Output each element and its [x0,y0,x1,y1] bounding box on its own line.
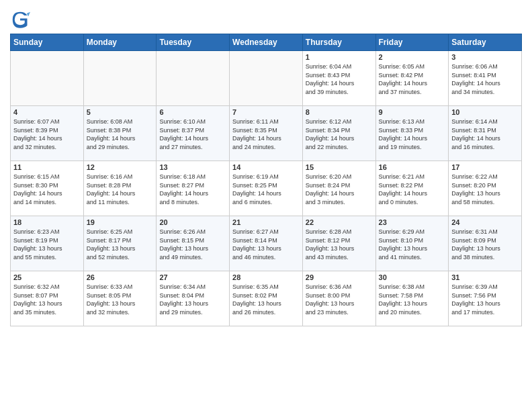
calendar-cell: 21Sunrise: 6:27 AM Sunset: 8:14 PM Dayli… [230,216,303,271]
day-number: 28 [232,273,300,281]
day-info: Sunrise: 6:26 AM Sunset: 8:15 PM Dayligh… [159,228,226,261]
calendar-cell: 31Sunrise: 6:39 AM Sunset: 7:56 PM Dayli… [449,271,522,326]
calendar-cell: 26Sunrise: 6:33 AM Sunset: 8:05 PM Dayli… [83,271,157,326]
day-number: 13 [159,163,226,171]
day-info: Sunrise: 6:13 AM Sunset: 8:33 PM Dayligh… [379,118,446,151]
day-info: Sunrise: 6:33 AM Sunset: 8:05 PM Dayligh… [87,283,154,316]
calendar-week-row: 18Sunrise: 6:23 AM Sunset: 8:19 PM Dayli… [11,216,522,271]
day-number: 17 [451,163,519,171]
day-number: 4 [13,108,81,116]
calendar-cell: 13Sunrise: 6:18 AM Sunset: 8:27 PM Dayli… [157,161,230,216]
day-number: 11 [13,163,81,171]
day-number: 23 [379,218,446,226]
calendar-cell: 22Sunrise: 6:28 AM Sunset: 8:12 PM Dayli… [302,216,375,271]
calendar-cell: 23Sunrise: 6:29 AM Sunset: 8:10 PM Dayli… [375,216,449,271]
calendar-cell: 25Sunrise: 6:32 AM Sunset: 8:07 PM Dayli… [11,271,84,326]
day-info: Sunrise: 6:10 AM Sunset: 8:37 PM Dayligh… [159,118,226,151]
calendar-cell: 5Sunrise: 6:08 AM Sunset: 8:38 PM Daylig… [83,106,157,161]
day-number: 25 [13,273,81,281]
day-info: Sunrise: 6:16 AM Sunset: 8:28 PM Dayligh… [87,173,154,206]
day-number: 27 [159,273,226,281]
day-info: Sunrise: 6:28 AM Sunset: 8:12 PM Dayligh… [306,228,373,261]
calendar-cell [157,51,230,106]
day-number: 5 [87,108,154,116]
day-number: 26 [87,273,154,281]
logo-icon [10,9,30,30]
weekday-header: Thursday [302,34,375,51]
calendar-cell: 4Sunrise: 6:07 AM Sunset: 8:39 PM Daylig… [11,106,84,161]
day-number: 3 [451,53,519,61]
day-info: Sunrise: 6:20 AM Sunset: 8:24 PM Dayligh… [306,173,373,206]
calendar-cell: 7Sunrise: 6:11 AM Sunset: 8:35 PM Daylig… [230,106,303,161]
day-info: Sunrise: 6:39 AM Sunset: 7:56 PM Dayligh… [451,283,519,316]
calendar-cell: 11Sunrise: 6:15 AM Sunset: 8:30 PM Dayli… [11,161,84,216]
calendar-week-row: 25Sunrise: 6:32 AM Sunset: 8:07 PM Dayli… [11,271,522,326]
day-info: Sunrise: 6:29 AM Sunset: 8:10 PM Dayligh… [379,228,446,261]
day-number: 20 [159,218,226,226]
header-row: SundayMondayTuesdayWednesdayThursdayFrid… [11,34,522,51]
day-info: Sunrise: 6:18 AM Sunset: 8:27 PM Dayligh… [159,173,226,206]
day-info: Sunrise: 6:07 AM Sunset: 8:39 PM Dayligh… [13,118,81,151]
day-info: Sunrise: 6:23 AM Sunset: 8:19 PM Dayligh… [13,228,81,261]
calendar-cell: 8Sunrise: 6:12 AM Sunset: 8:34 PM Daylig… [302,106,375,161]
day-info: Sunrise: 6:12 AM Sunset: 8:34 PM Dayligh… [306,118,373,151]
day-number: 30 [379,273,446,281]
day-info: Sunrise: 6:32 AM Sunset: 8:07 PM Dayligh… [13,283,81,316]
calendar-cell: 24Sunrise: 6:31 AM Sunset: 8:09 PM Dayli… [449,216,522,271]
day-number: 24 [451,218,519,226]
day-info: Sunrise: 6:21 AM Sunset: 8:22 PM Dayligh… [379,173,446,206]
calendar-cell: 3Sunrise: 6:06 AM Sunset: 8:41 PM Daylig… [449,51,522,106]
calendar-cell: 28Sunrise: 6:35 AM Sunset: 8:02 PM Dayli… [230,271,303,326]
day-info: Sunrise: 6:15 AM Sunset: 8:30 PM Dayligh… [13,173,81,206]
day-info: Sunrise: 6:27 AM Sunset: 8:14 PM Dayligh… [232,228,300,261]
day-number: 19 [87,218,154,226]
calendar-cell: 15Sunrise: 6:20 AM Sunset: 8:24 PM Dayli… [302,161,375,216]
day-number: 6 [159,108,226,116]
day-number: 10 [451,108,519,116]
day-info: Sunrise: 6:34 AM Sunset: 8:04 PM Dayligh… [159,283,226,316]
day-info: Sunrise: 6:06 AM Sunset: 8:41 PM Dayligh… [451,62,519,96]
calendar-cell [230,51,303,106]
weekday-header: Friday [375,34,449,51]
day-info: Sunrise: 6:22 AM Sunset: 8:20 PM Dayligh… [451,173,519,206]
day-info: Sunrise: 6:05 AM Sunset: 8:42 PM Dayligh… [379,62,446,96]
day-number: 21 [232,218,300,226]
day-info: Sunrise: 6:11 AM Sunset: 8:35 PM Dayligh… [232,118,300,151]
calendar-cell: 10Sunrise: 6:14 AM Sunset: 8:31 PM Dayli… [449,106,522,161]
day-number: 31 [451,273,519,281]
calendar-cell: 27Sunrise: 6:34 AM Sunset: 8:04 PM Dayli… [157,271,230,326]
day-number: 7 [232,108,300,116]
calendar-cell: 12Sunrise: 6:16 AM Sunset: 8:28 PM Dayli… [83,161,157,216]
calendar-table: SundayMondayTuesdayWednesdayThursdayFrid… [10,34,522,326]
day-number: 12 [87,163,154,171]
weekday-header: Sunday [11,34,84,51]
day-info: Sunrise: 6:19 AM Sunset: 8:25 PM Dayligh… [232,173,300,206]
weekday-header: Monday [83,34,157,51]
day-number: 18 [13,218,81,226]
calendar-week-row: 1Sunrise: 6:04 AM Sunset: 8:43 PM Daylig… [11,51,522,106]
calendar-cell: 6Sunrise: 6:10 AM Sunset: 8:37 PM Daylig… [157,106,230,161]
day-info: Sunrise: 6:04 AM Sunset: 8:43 PM Dayligh… [306,62,373,96]
day-info: Sunrise: 6:14 AM Sunset: 8:31 PM Dayligh… [451,118,519,151]
weekday-header: Wednesday [230,34,303,51]
calendar-cell: 17Sunrise: 6:22 AM Sunset: 8:20 PM Dayli… [449,161,522,216]
day-number: 1 [306,53,373,61]
calendar-cell: 16Sunrise: 6:21 AM Sunset: 8:22 PM Dayli… [375,161,449,216]
day-info: Sunrise: 6:36 AM Sunset: 8:00 PM Dayligh… [306,283,373,316]
day-info: Sunrise: 6:08 AM Sunset: 8:38 PM Dayligh… [87,118,154,151]
calendar-cell: 30Sunrise: 6:38 AM Sunset: 7:58 PM Dayli… [375,271,449,326]
day-info: Sunrise: 6:25 AM Sunset: 8:17 PM Dayligh… [87,228,154,261]
day-number: 8 [306,108,373,116]
day-info: Sunrise: 6:38 AM Sunset: 7:58 PM Dayligh… [379,283,446,316]
calendar-cell: 9Sunrise: 6:13 AM Sunset: 8:33 PM Daylig… [375,106,449,161]
day-number: 2 [379,53,446,61]
calendar-cell: 2Sunrise: 6:05 AM Sunset: 8:42 PM Daylig… [375,51,449,106]
calendar-cell [11,51,84,106]
calendar-cell: 29Sunrise: 6:36 AM Sunset: 8:00 PM Dayli… [302,271,375,326]
day-number: 14 [232,163,300,171]
calendar-cell: 14Sunrise: 6:19 AM Sunset: 8:25 PM Dayli… [230,161,303,216]
calendar-cell: 18Sunrise: 6:23 AM Sunset: 8:19 PM Dayli… [11,216,84,271]
day-number: 22 [306,218,373,226]
calendar-cell: 19Sunrise: 6:25 AM Sunset: 8:17 PM Dayli… [83,216,157,271]
calendar-cell [83,51,157,106]
